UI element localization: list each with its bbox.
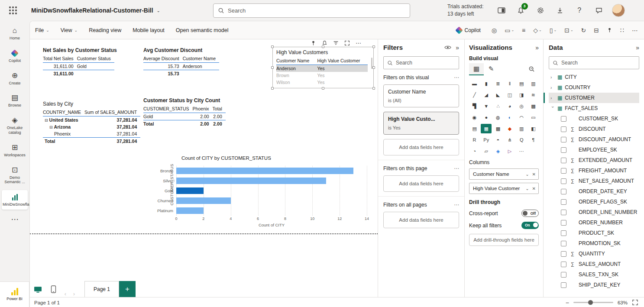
pin-icon[interactable] — [605, 26, 614, 34]
data-field-ORDER_LINE_NUMBER[interactable]: ∑ORDER_LINE_NUMBER — [549, 207, 639, 217]
visual-type-scatter-chart[interactable]: ∴ — [492, 101, 503, 111]
visual-type-new-slicer[interactable]: ◧ — [528, 124, 539, 133]
field-chip[interactable]: Customer Name⌄✕ — [469, 168, 539, 180]
visual-type-r-script-visual[interactable]: R — [469, 135, 480, 145]
field-checkbox[interactable] — [561, 220, 566, 226]
visual-type-line-and-clustered-column-chart[interactable]: ◨ — [516, 90, 527, 100]
collapse-pane-icon[interactable]: » — [636, 44, 639, 51]
field-chip[interactable]: High Value Customer⌄✕ — [469, 183, 539, 194]
sidebar-item-browse[interactable]: ▤Browse — [2, 91, 28, 110]
resize-handle[interactable] — [372, 45, 375, 48]
chevron-icon[interactable]: › — [550, 85, 555, 90]
sidebar-item-create[interactable]: ⊕Create — [2, 69, 28, 88]
collapse-icon[interactable]: ⊟ — [45, 118, 48, 123]
visual-sales-by-city-matrix[interactable]: Sales by City COUNTRY_NAMESum of SALES_A… — [43, 101, 138, 145]
data-field-EXTENDED_AMOUNT[interactable]: ∑EXTENDED_AMOUNT — [549, 155, 639, 165]
chevron-icon[interactable]: › — [550, 96, 555, 100]
sidebar-item-copilot[interactable]: Copilot — [2, 46, 28, 66]
add-data-fields[interactable]: Add data fields here — [383, 212, 459, 228]
explore-icon[interactable]: ◎ — [490, 26, 498, 35]
data-table-CITY[interactable]: ›▦CITY — [549, 72, 639, 82]
field-checkbox[interactable] — [561, 147, 566, 153]
visual-type-100-stacked-column-chart[interactable]: ▥ — [528, 79, 539, 88]
field-checkbox[interactable] — [561, 282, 566, 288]
visual-type-line-and-stacked-column-chart[interactable]: ◫ — [504, 90, 515, 100]
visual-type-clustered-column-chart[interactable]: ‖ — [504, 79, 515, 88]
visual-type-multi-row-card[interactable]: ▤ — [469, 124, 480, 133]
resize-handle[interactable] — [372, 66, 375, 69]
visual-type-ribbon-chart[interactable]: ≋ — [528, 90, 539, 100]
sidebar-item-minidw-report[interactable]: MiniDwSnowflakeRel... — [2, 190, 28, 210]
visual-type-table[interactable]: ▦ — [481, 124, 492, 133]
chevron-down-icon[interactable]: ⌄ — [525, 186, 529, 191]
collapse-icon[interactable]: ⊟ — [49, 125, 53, 129]
visual-type-map[interactable]: ◉ — [469, 113, 480, 122]
tab-format-visual[interactable]: ✎ — [484, 63, 498, 75]
data-field-CUSTOMER_SK[interactable]: ∑CUSTOMER_SK — [549, 113, 639, 124]
visual-bar-chart[interactable]: Count of CITY by CUSTOMER_STATUS CUSTOME… — [151, 155, 375, 232]
bar-gold[interactable] — [176, 187, 204, 194]
chevron-icon[interactable]: › — [550, 75, 555, 80]
refresh-icon[interactable]: ↻ — [580, 26, 588, 35]
visual-type-key-influencers[interactable]: ◓ — [492, 135, 503, 145]
data-field-EMPLOYEE_SK[interactable]: ∑EMPLOYEE_SK — [549, 145, 639, 155]
field-checkbox[interactable] — [561, 262, 566, 267]
sidebar-item-more-items[interactable]: ⋯ — [2, 213, 28, 226]
visual-type-pie-chart[interactable]: ◕ — [504, 101, 515, 111]
chevron-down-icon[interactable]: ⌄ — [525, 172, 529, 177]
menu-file[interactable]: File⌄ — [35, 27, 49, 33]
focus-mode-icon[interactable] — [344, 40, 350, 46]
data-search[interactable] — [549, 56, 639, 69]
more-options-icon[interactable]: ⋯ — [454, 165, 459, 171]
matrix-row[interactable]: Gold2.002.00 — [143, 113, 226, 120]
data-field-NET_SALES_AMOUNT[interactable]: ∑NET_SALES_AMOUNT — [549, 176, 639, 186]
table-row[interactable]: 31,611.00Gold — [43, 63, 114, 70]
matrix-row[interactable]: Total2.002.00 — [143, 120, 226, 128]
shapes-icon[interactable]: ◇⌄ — [532, 26, 543, 35]
collapse-pane-icon[interactable]: » — [456, 44, 459, 51]
help-icon[interactable]: ? — [573, 4, 586, 17]
page-tab-1[interactable]: Page 1 — [84, 281, 119, 297]
visual-type-decomposition-tree[interactable]: ⋔ — [504, 135, 515, 145]
bar-churned[interactable] — [176, 197, 231, 204]
data-field-SHIP_DATE_KEY[interactable]: ∑SHIP_DATE_KEY — [549, 280, 639, 290]
filter-card[interactable]: High Value Custo...is Yes — [383, 112, 459, 135]
field-checkbox[interactable] — [561, 116, 566, 122]
data-field-QUANTITY[interactable]: ∑QUANTITY — [549, 249, 639, 259]
side-pane-toggle-icon[interactable] — [495, 4, 508, 17]
filters-icon[interactable] — [333, 40, 339, 46]
add-drill-through-fields[interactable]: Add drill-through fields here — [469, 234, 539, 246]
pin-visual-icon[interactable] — [311, 40, 316, 46]
visual-type-donut-chart[interactable]: ◎ — [516, 101, 527, 111]
visual-avg-discount-table[interactable]: Avg Customer Discount Average DiscountCu… — [143, 47, 265, 77]
extensions-icon[interactable]: ∷ — [619, 26, 625, 35]
keep-all-filters-toggle[interactable]: On — [521, 222, 539, 229]
visual-type-kpi[interactable]: ◆ — [504, 124, 515, 133]
view-mode-icon[interactable]: ▯⌄ — [548, 26, 558, 35]
notifications-icon[interactable]: 3 — [515, 4, 527, 17]
bar-platinum[interactable] — [176, 207, 204, 214]
fit-to-page-icon[interactable] — [632, 299, 638, 306]
field-checkbox[interactable] — [561, 241, 566, 246]
matrix-row[interactable]: Phoenix37,281.04 — [43, 130, 140, 138]
more-options-icon[interactable]: ⋯ — [454, 74, 459, 81]
visual-type-line-chart[interactable]: ╱ — [469, 90, 480, 100]
data-field-DISCOUNT[interactable]: ∑DISCOUNT — [549, 124, 639, 134]
settings-icon[interactable] — [534, 4, 547, 17]
visual-type-stacked-bar-chart[interactable]: ▬ — [469, 79, 480, 88]
data-table-FACT_SALES[interactable]: ›▦FACT_SALES — [549, 103, 639, 113]
visual-type-card[interactable]: ▭ — [528, 113, 539, 122]
account-avatar[interactable] — [612, 4, 625, 17]
data-field-PROMOTION_SK[interactable]: ∑PROMOTION_SK — [549, 238, 639, 249]
add-data-fields[interactable]: Add data fields here — [383, 175, 459, 192]
bar-bronze[interactable] — [176, 168, 353, 174]
tab-build-visual[interactable]: ▦ — [469, 63, 484, 75]
sidebar-item-onelake-catalog[interactable]: ◈OneLake catalog — [2, 113, 28, 138]
visual-type-metrics[interactable]: ◔ — [469, 146, 480, 156]
resize-handle[interactable] — [271, 66, 274, 69]
data-field-PRODUCT_SK[interactable]: ∑PRODUCT_SK — [549, 228, 639, 238]
present-icon[interactable]: ▭⌄ — [503, 26, 515, 35]
visual-type-slicer[interactable]: ▥ — [516, 124, 527, 133]
visual-type-gauge[interactable]: ◠ — [516, 113, 527, 122]
table-row[interactable]: BrownYes — [276, 72, 368, 79]
